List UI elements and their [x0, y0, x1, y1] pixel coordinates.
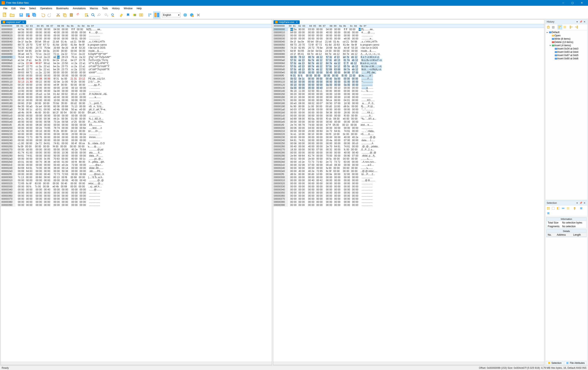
history-subitem[interactable]: Insert 0x87 at 0xb5: [546, 54, 587, 57]
save-as-button[interactable]: [25, 12, 31, 18]
redo-button[interactable]: [46, 12, 52, 18]
new-file-button[interactable]: [1, 11, 8, 19]
col-address[interactable]: Address: [556, 233, 572, 237]
sel-import-button[interactable]: [546, 211, 551, 216]
close-tab-icon[interactable]: ✕: [22, 21, 24, 23]
tab-helppane[interactable]: HelpPane.exe✕: [273, 20, 300, 24]
col-length[interactable]: Length: [572, 233, 586, 237]
history-list-button[interactable]: [563, 25, 567, 29]
status-left: Ready: [2, 367, 9, 369]
menu-file[interactable]: File: [1, 6, 9, 11]
bottom-tab-selection[interactable]: Selection: [546, 361, 563, 365]
copy-button[interactable]: [62, 12, 68, 18]
hscroll[interactable]: [273, 361, 545, 365]
language-select[interactable]: English▾: [162, 13, 180, 17]
panel-pin-icon[interactable]: 📌: [579, 20, 582, 23]
cut-button[interactable]: [55, 12, 61, 18]
history-clear-button[interactable]: [546, 25, 551, 29]
menu-bookmarks[interactable]: Bookmarks: [54, 6, 71, 11]
svg-rect-0: [3, 13, 6, 17]
find-next-button[interactable]: [103, 12, 109, 18]
undo-button[interactable]: [40, 12, 46, 18]
sel-grid-button[interactable]: [566, 206, 570, 211]
menu-annotations[interactable]: Annotations: [71, 6, 88, 11]
update-button[interactable]: [189, 12, 195, 18]
hex-body-1[interactable]: 00000000 4d 5a 90 00 03 00 00 00 04 00 0…: [1, 28, 272, 361]
tab-explorer[interactable]: explorer.exe*✕: [1, 20, 26, 24]
panel-close-icon[interactable]: ✕: [583, 20, 586, 23]
history-subitem[interactable]: Insert 0x93 at 0xb4: [546, 50, 587, 54]
menu-tools[interactable]: Tools: [100, 6, 110, 11]
hscroll[interactable]: [1, 361, 272, 365]
highlight-button[interactable]: [118, 12, 125, 18]
hex-body-2[interactable]: 00000000 4d 5a 90 00 03 00 00 00 04 00 0…: [273, 28, 545, 361]
sel-hand-button[interactable]: [572, 206, 577, 211]
sel-export-button[interactable]: [579, 206, 583, 211]
history-item[interactable]: Write (8 items): [546, 37, 587, 41]
replace-button[interactable]: [110, 12, 116, 18]
titlebar: Free Hex Editor Neo ─ ▢ ✕: [0, 0, 588, 6]
open-file-button[interactable]: [9, 11, 16, 19]
settings-button[interactable]: [195, 12, 201, 18]
struct-button[interactable]: [147, 12, 153, 18]
palette-button[interactable]: [132, 12, 138, 18]
menu-operations[interactable]: Operations: [38, 6, 54, 11]
find-prev-button[interactable]: [97, 12, 103, 18]
history-purge-button[interactable]: [551, 25, 556, 29]
minimize-button[interactable]: ─: [559, 0, 568, 6]
col-no.[interactable]: No.: [546, 233, 556, 237]
history-item[interactable]: Open: [546, 34, 587, 37]
selection-panel-header: Selection ▾ 📌 ✕: [546, 201, 587, 206]
bottom-tab-file-attributes[interactable]: File Attributes: [564, 361, 587, 365]
details-header: Details: [546, 229, 586, 233]
menu-select[interactable]: Select: [27, 6, 38, 11]
panel-pin-icon[interactable]: 📌: [579, 201, 582, 205]
menu-history[interactable]: History: [110, 6, 122, 11]
svg-rect-61: [558, 207, 559, 210]
splitview-button[interactable]: [138, 12, 144, 18]
sel-invert-button[interactable]: [556, 206, 560, 211]
menubar: FileEditViewSelectOperationsBookmarksAnn…: [0, 6, 588, 11]
history-item[interactable]: ▾Insert (4 items): [546, 44, 587, 47]
panel-menu-icon[interactable]: ▾: [576, 201, 579, 205]
history-item[interactable]: Delete (13 items): [546, 41, 587, 44]
sel-none-button[interactable]: [551, 206, 556, 211]
svg-rect-30: [155, 13, 157, 17]
sel-all-button[interactable]: [546, 206, 551, 211]
menu-view[interactable]: View: [18, 6, 27, 11]
save-all-button[interactable]: [31, 12, 37, 18]
app-icon: [2, 1, 5, 5]
menu-edit[interactable]: Edit: [9, 6, 18, 11]
panel-menu-icon[interactable]: ▾: [576, 20, 579, 23]
history-tools: [546, 24, 587, 30]
compare-button[interactable]: [153, 11, 160, 19]
sel-range-button[interactable]: [561, 206, 565, 211]
bookmark-button[interactable]: [125, 12, 131, 18]
save-button[interactable]: [18, 12, 24, 18]
history-save-button[interactable]: [569, 25, 574, 29]
history-subitem[interactable]: Insert 0x90 at 0xb6: [546, 57, 587, 60]
close-tab-icon[interactable]: ✕: [295, 21, 298, 23]
menu-macros[interactable]: Macros: [88, 6, 100, 11]
file-icon: [275, 21, 278, 23]
panel-close-icon[interactable]: ✕: [583, 201, 586, 205]
svg-point-4: [28, 15, 30, 17]
menu-window[interactable]: Window: [122, 6, 135, 11]
paste-button[interactable]: [68, 12, 74, 18]
find-button[interactable]: [90, 12, 96, 18]
web-button[interactable]: [182, 12, 188, 18]
info-header: Information: [546, 217, 586, 221]
goto-button[interactable]: [84, 12, 90, 18]
history-load-button[interactable]: [574, 25, 578, 29]
svg-rect-27: [148, 13, 150, 15]
close-button[interactable]: ✕: [577, 0, 586, 6]
svg-rect-49: [552, 41, 554, 43]
history-subitem[interactable]: Insert 0x34 at 0xb3: [546, 47, 587, 50]
menu-help[interactable]: Help: [135, 6, 144, 11]
history-tree[interactable]: ▸DefaultOpenWrite (8 items)Delete (13 it…: [546, 31, 587, 60]
maximize-button[interactable]: ▢: [568, 0, 577, 6]
history-tree-button[interactable]: [557, 25, 562, 29]
delete-button[interactable]: [75, 12, 81, 18]
hex-header: 00000000 00 01 02 03 04 05 06 07 08 09 0…: [1, 24, 272, 28]
history-root[interactable]: ▸Default: [546, 31, 587, 34]
